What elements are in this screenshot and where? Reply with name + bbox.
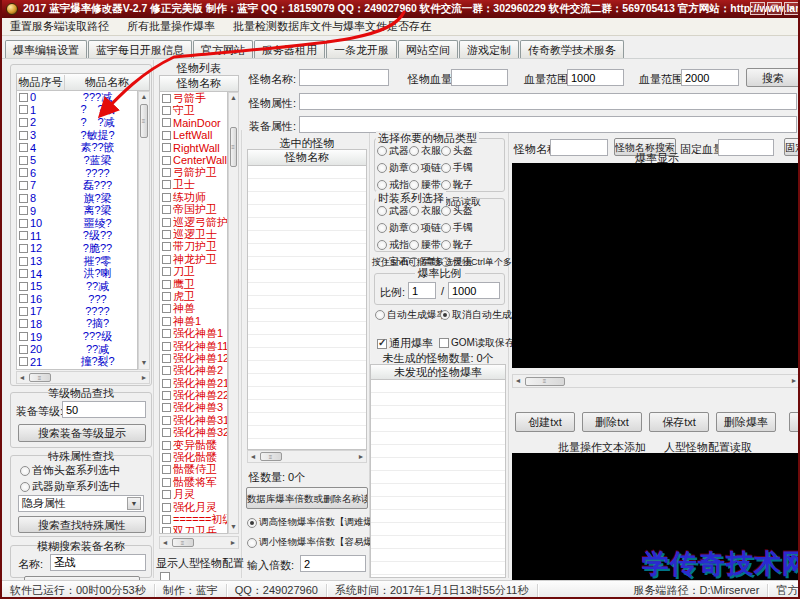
fashion-radio[interactable]: 勋章 xyxy=(377,221,409,235)
radio-icon[interactable] xyxy=(409,223,419,233)
fashion-radio[interactable]: 戒指 xyxy=(377,238,409,252)
db-rate-read-button[interactable]: 数据库爆率倍数或删除名称读取 xyxy=(246,487,368,509)
checkbox[interactable] xyxy=(162,366,171,375)
radio-icon[interactable] xyxy=(377,223,387,233)
scroll-left-icon[interactable]: ◄ xyxy=(160,538,170,548)
equip-attr-input[interactable] xyxy=(299,116,797,133)
list-item[interactable]: 虎卫 xyxy=(160,290,227,302)
item-type-radio[interactable]: 靴子 xyxy=(441,178,473,192)
checkbox[interactable] xyxy=(19,257,28,266)
cancel-auto-radio[interactable]: 取消自动生成 xyxy=(440,308,512,322)
checkbox[interactable] xyxy=(162,465,171,474)
radio-icon[interactable] xyxy=(375,310,385,320)
item-type-radio[interactable]: 戒指 xyxy=(377,178,409,192)
item-type-radio[interactable]: 手镯 xyxy=(441,161,473,175)
scroll-down-icon[interactable]: ▼ xyxy=(139,358,149,368)
checkbox[interactable] xyxy=(162,391,171,400)
checkbox[interactable] xyxy=(162,143,171,152)
checkbox[interactable] xyxy=(162,267,171,276)
checkbox[interactable] xyxy=(162,453,171,462)
checkbox[interactable] xyxy=(19,219,28,228)
checkbox[interactable] xyxy=(162,342,171,351)
list-item[interactable]: 巡逻卫士 xyxy=(160,228,227,240)
radio-icon[interactable] xyxy=(441,163,451,173)
ratio-denominator-input[interactable] xyxy=(448,282,500,299)
jewelry-helmet-radio[interactable]: 首饰头盔系列选中 xyxy=(20,463,120,478)
search-button[interactable]: 搜索 xyxy=(746,68,800,87)
radio-icon[interactable] xyxy=(409,240,419,250)
scroll-right-icon[interactable]: ► xyxy=(228,538,238,548)
txt-action-button[interactable]: 删除txt xyxy=(582,412,642,432)
checkbox[interactable] xyxy=(162,280,171,289)
checkbox[interactable] xyxy=(19,294,28,303)
list-item[interactable]: 强化神兽22 xyxy=(160,389,227,401)
checkbox[interactable] xyxy=(19,231,28,240)
fashion-radio[interactable]: 项链 xyxy=(409,221,441,235)
checkbox[interactable] xyxy=(19,156,28,165)
fashion-radio[interactable]: 武器 xyxy=(377,204,409,218)
common-rate-checkbox[interactable]: 通用爆率 xyxy=(377,336,433,351)
checkbox[interactable] xyxy=(19,143,28,152)
tab[interactable]: 爆率编辑设置 xyxy=(5,40,87,58)
fashion-radio[interactable]: 手镯 xyxy=(441,221,473,235)
checkbox[interactable] xyxy=(19,118,28,127)
checkbox[interactable] xyxy=(162,527,171,534)
radio-icon[interactable] xyxy=(441,206,451,216)
multiplier-input[interactable] xyxy=(300,555,366,572)
close-button[interactable]: ✕ xyxy=(784,2,799,15)
radio-icon[interactable] xyxy=(441,240,451,250)
checkbox[interactable] xyxy=(162,255,171,264)
scroll-thumb[interactable]: ≡ xyxy=(140,104,148,138)
radio-icon[interactable] xyxy=(20,482,30,492)
item-type-radio[interactable]: 腰带 xyxy=(409,178,441,192)
monster-hp-input[interactable] xyxy=(451,69,508,86)
list-item[interactable]: 强化月灵 xyxy=(160,501,227,513)
checkbox-icon[interactable] xyxy=(439,338,449,348)
list-item[interactable]: 双刀卫兵 xyxy=(160,526,227,534)
checkbox[interactable] xyxy=(162,168,171,177)
checkbox[interactable] xyxy=(162,503,171,512)
table-row[interactable]: 5 ?蓝梁 xyxy=(17,154,137,167)
checkbox[interactable] xyxy=(162,478,171,487)
radio-icon[interactable] xyxy=(247,518,257,528)
list-item[interactable]: 刀卫 xyxy=(160,265,227,277)
scroll-thumb[interactable]: ≡ xyxy=(525,377,565,386)
column-header-selected-monster[interactable]: 怪物名称 xyxy=(248,150,366,165)
fashion-radio[interactable]: 靴子 xyxy=(441,238,473,252)
list-item[interactable]: 强化神兽1 xyxy=(160,327,227,339)
tab[interactable]: 官方网站 xyxy=(193,40,253,58)
checkbox[interactable] xyxy=(162,131,171,140)
radio-icon[interactable] xyxy=(409,163,419,173)
radio-icon[interactable] xyxy=(409,180,419,190)
checkbox[interactable] xyxy=(162,403,171,412)
ratio-numerator-input[interactable] xyxy=(408,282,436,299)
list-item[interactable]: 守卫 xyxy=(160,104,227,116)
checkbox[interactable] xyxy=(19,269,28,278)
fashion-radio[interactable]: 衣服 xyxy=(409,204,441,218)
txt-action-button[interactable]: 创建txt xyxy=(515,412,575,432)
fixed-hp-input[interactable] xyxy=(718,139,774,156)
checkbox[interactable] xyxy=(162,329,171,338)
table-row[interactable]: 21 撞?裂? xyxy=(17,355,137,368)
tab[interactable]: 一条龙开服 xyxy=(326,40,397,58)
lower-rate-radio[interactable]: 调小怪物爆率倍数【容易爆】 xyxy=(247,536,383,549)
tab[interactable]: 传奇教学技术服务 xyxy=(520,40,624,58)
txt-action-button[interactable]: 保存txt xyxy=(649,412,709,432)
item-type-radio[interactable]: 头盔 xyxy=(441,144,473,158)
list-item[interactable]: 强化神兽3 xyxy=(160,402,227,414)
scroll-thumb[interactable]: ≡ xyxy=(29,373,51,382)
checkbox[interactable] xyxy=(162,379,171,388)
list-item[interactable]: 带刀护卫 xyxy=(160,241,227,253)
checkbox[interactable] xyxy=(162,354,171,363)
list-item[interactable]: 神龙护卫 xyxy=(160,253,227,265)
fixed-hp-search-button-clipped[interactable]: 固定 xyxy=(784,138,800,156)
tab[interactable]: 服务器租用 xyxy=(254,40,325,58)
list-item[interactable]: MainDoor xyxy=(160,117,227,129)
checkbox[interactable] xyxy=(19,131,28,140)
monster-table-vscrollbar[interactable]: ▲ ≡ ▼ xyxy=(228,92,239,534)
weapon-medal-radio[interactable]: 武器勋章系列选中 xyxy=(20,479,120,494)
scroll-thumb[interactable]: ≡ xyxy=(260,452,282,461)
item-type-radio[interactable]: 衣服 xyxy=(409,144,441,158)
table-row[interactable]: 15 ??减 xyxy=(17,280,137,293)
minimize-button[interactable]: – xyxy=(750,2,765,15)
